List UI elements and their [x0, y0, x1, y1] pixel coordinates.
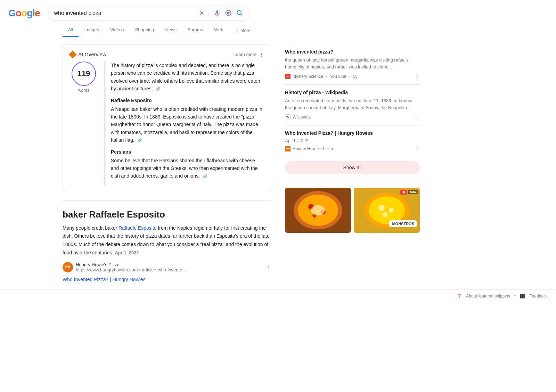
video-result-2-source: W Wikipedia [285, 114, 311, 120]
lens-search-button[interactable] [224, 9, 232, 18]
logo-letter-o2: o [21, 8, 27, 19]
ai-section-persians-text: Some believe that the Persians shared th… [111, 157, 264, 180]
word-count-label: words [78, 88, 89, 93]
video-result-1-platform: YouTube [330, 74, 346, 79]
help-icon: ❓ [457, 294, 462, 299]
learn-more-label: Learn more [234, 52, 256, 57]
video-result-3-source: HH Hungry Howie's Pizza [285, 146, 333, 152]
separator-dot-2: · [349, 74, 350, 79]
tab-web[interactable]: Web [208, 24, 229, 37]
word-count-number: 119 [77, 69, 90, 78]
result-2-options-icon[interactable]: ⋮ [414, 114, 420, 120]
microphone-icon [214, 10, 221, 17]
video-result-1-title[interactable]: Who invented pizza? [285, 49, 420, 55]
ai-overview-title: AI Overview [78, 51, 106, 57]
search-input[interactable] [54, 10, 196, 16]
bottom-bar-separator: • [514, 294, 516, 299]
separator-dot: · [326, 74, 327, 79]
ai-overview-panel: AI Overview Learn more ⋮ 119 words The h… [63, 44, 271, 192]
citation-link-icon-3[interactable]: 🔗 [203, 174, 207, 179]
ai-section-raffaele: Raffaele Esposito A Neapolitan baker who… [111, 98, 264, 144]
video-result-3-source-row: HH Hungry Howie's Pizza ⋮ [285, 145, 420, 152]
featured-date: Apr 1, 2022 [115, 250, 139, 255]
monstros-label: MONSTROS [392, 222, 414, 226]
tab-more[interactable]: ⋮ More [229, 24, 256, 36]
wikipedia-favicon: W [285, 114, 291, 120]
featured-source-info: Hungry Howie's Pizza https://www.hungryh… [76, 262, 186, 272]
search-button[interactable] [235, 9, 244, 18]
logo-letter-e: e [35, 8, 40, 19]
featured-snippet-body: Many people credit baker Raffaele Esposi… [63, 224, 271, 257]
logo-letter-l: l [32, 8, 35, 19]
ai-overview-title-area: AI Overview [70, 51, 106, 57]
search-icon [236, 9, 243, 17]
video-result-3-date: Apr 1, 2022 [285, 138, 420, 143]
svg-point-21 [382, 212, 388, 218]
logo-letter-g2: g [27, 8, 32, 19]
featured-source-url: https://www.hungryhowies.com › article ›… [76, 267, 186, 272]
tab-forums[interactable]: Forums [182, 24, 208, 37]
video-result-2-source-row: W Wikipedia ⋮ [285, 114, 420, 120]
word-count-container: 119 words [70, 62, 98, 185]
tab-videos[interactable]: Videos [105, 24, 130, 37]
citation-link-icon-2[interactable]: 🔗 [137, 138, 142, 143]
clear-icon[interactable]: ✕ [199, 9, 204, 17]
tab-images[interactable]: Images [79, 24, 105, 37]
search-bar-wrapper: ✕ [48, 6, 250, 21]
google-lens-icon [225, 9, 232, 17]
featured-snippet: baker Raffaele Esposito Many people cred… [63, 201, 271, 282]
google-logo: G o o g l e [8, 8, 40, 19]
svg-point-15 [311, 205, 325, 215]
show-all-button[interactable]: Show all [285, 161, 420, 174]
video-result-2-snippet: An often recounted story holds that on J… [285, 97, 420, 111]
about-featured-snippets-link[interactable]: About featured snippets [466, 294, 510, 299]
image-thumbnails: Tube MONSTROS [285, 188, 420, 233]
result-1-options-icon[interactable]: ⋮ [414, 73, 420, 80]
ai-main-paragraph: The history of pizza is complex and deba… [111, 62, 264, 93]
featured-source-name: Hungry Howie's Pizza [76, 262, 186, 267]
video-result-2: History of pizza - Wikipedia An often re… [285, 85, 420, 125]
bottom-bar: ❓ About featured snippets • ⬛ Feedback [0, 289, 556, 303]
featured-source-favicon: HH [63, 262, 73, 272]
ai-section-raffaele-title: Raffaele Esposito [111, 98, 264, 103]
raffaele-link[interactable]: Raffaele Esposito [118, 225, 156, 231]
pizza-image-1[interactable] [285, 188, 351, 233]
video-result-1-snippet: the queen of Italy herself queen margari… [285, 57, 420, 70]
tab-news[interactable]: News [160, 24, 182, 37]
svg-point-4 [227, 11, 230, 14]
video-result-2-title[interactable]: History of pizza - Wikipedia [285, 90, 420, 95]
youtube-favicon [285, 74, 291, 79]
monstros-badge: MONSTROS [389, 220, 417, 227]
more-label: More [240, 28, 251, 33]
left-column: AI Overview Learn more ⋮ 119 words The h… [63, 44, 271, 282]
featured-text-part1: Many people credit baker [63, 225, 118, 231]
ai-content-area: 119 words The history of pizza is comple… [70, 62, 264, 185]
svg-point-18 [369, 196, 405, 224]
svg-line-6 [241, 14, 242, 15]
word-count-circle: 119 [72, 62, 96, 86]
video-result-3-title[interactable]: Who Invented Pizza? | Hungry Howies [285, 130, 420, 136]
ai-section-raffaele-text: A Neapolitan baker who is often credited… [111, 105, 264, 144]
citation-link-icon[interactable]: 🔗 [156, 87, 161, 91]
svg-point-19 [378, 205, 385, 211]
logo-letter-o1: o [16, 8, 21, 19]
youtube-label: Tube [408, 190, 418, 194]
featured-read-more-link[interactable]: Who Invented Pizza? | Hungry Howies [63, 277, 271, 282]
tab-shopping[interactable]: Shopping [130, 24, 160, 37]
ai-section-raffaele-body: A Neapolitan baker who is often credited… [111, 106, 262, 143]
pizza-image-2[interactable]: Tube MONSTROS [354, 188, 420, 233]
main-content: AI Overview Learn more ⋮ 119 words The h… [0, 37, 486, 289]
result-3-options-icon[interactable]: ⋮ [414, 145, 420, 152]
svg-point-20 [389, 208, 394, 213]
voice-search-button[interactable] [213, 9, 221, 17]
options-dots-icon[interactable]: ⋮ [259, 52, 264, 57]
featured-source-options[interactable]: ⋮ [266, 264, 271, 270]
featured-source-row: HH Hungry Howie's Pizza https://www.hung… [63, 262, 271, 272]
ai-learn-more[interactable]: Learn more ⋮ [234, 52, 264, 57]
search-bar: ✕ [48, 6, 250, 21]
feedback-link[interactable]: Feedback [529, 294, 548, 299]
ai-section-persians: Persians Some believe that the Persians … [111, 149, 264, 180]
youtube-logo-overlay: Tube [400, 190, 418, 195]
tab-all[interactable]: All [63, 24, 79, 37]
featured-snippet-title: baker Raffaele Esposito [63, 209, 271, 220]
